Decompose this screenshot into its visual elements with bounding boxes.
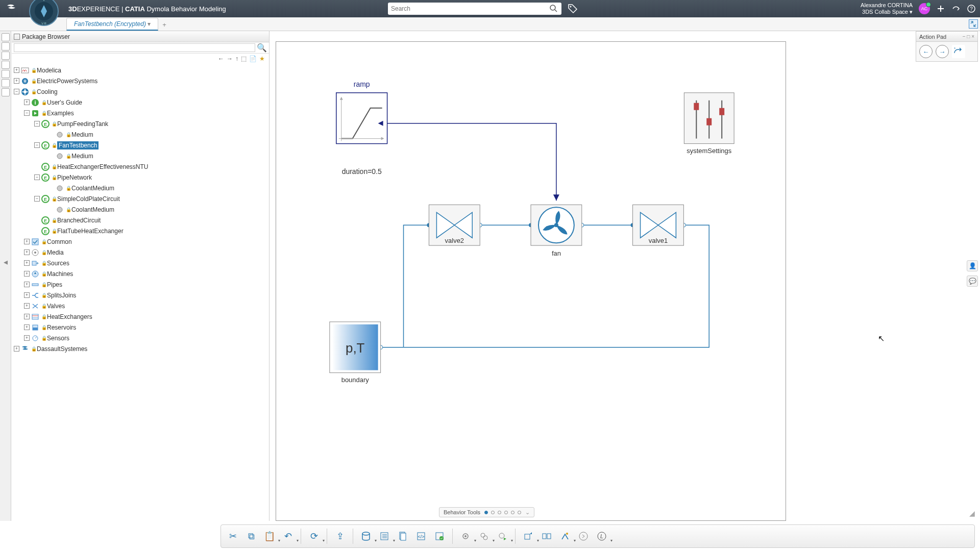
search-input[interactable]: [391, 5, 549, 12]
toolbox-icon-2[interactable]: [2, 42, 10, 51]
tree-item-valves[interactable]: +🔒Valves: [12, 300, 269, 311]
tree-item-medium-2[interactable]: 🔒Medium: [12, 151, 269, 161]
tree-item-pipes[interactable]: +🔒Pipes: [12, 279, 269, 290]
behavior-tools-strip[interactable]: Behavior Tools ⌄: [439, 507, 534, 517]
tree-item-modelica[interactable]: +🔒Modelica: [12, 65, 269, 76]
page-dot-4[interactable]: [504, 511, 508, 514]
tree-item-coolantmedium-2[interactable]: 🔒CoolantMedium: [12, 204, 269, 215]
share-icon[interactable]: [951, 4, 961, 13]
toolbox-icon-6[interactable]: [2, 79, 10, 87]
export-icon[interactable]: ⇪: [332, 529, 348, 544]
doc-icon[interactable]: [395, 529, 410, 544]
package-browser-header[interactable]: Package Browser: [12, 31, 269, 42]
tree-item-branched[interactable]: E🔒BranchedCircuit: [12, 215, 269, 226]
tree-item-examples[interactable]: −🔒Examples: [12, 108, 269, 118]
user-info[interactable]: Alexandre CORTINA 3DS Collab Space ▾: [861, 2, 913, 15]
rf-person-icon[interactable]: 👤: [967, 260, 978, 271]
code-icon[interactable]: </>: [413, 529, 429, 544]
tree-item-eps[interactable]: +🔒ElectricPowerSystems: [12, 76, 269, 86]
expand-left-icon[interactable]: ◂: [2, 258, 10, 266]
tree-item-dassaultsystemes[interactable]: +🔒DassaultSystemes: [12, 343, 269, 354]
ap-refresh-icon[interactable]: *: [952, 45, 965, 58]
toolbox-icon-7[interactable]: [2, 88, 10, 96]
tree-item-pipenetwork[interactable]: −E🔒PipeNetwork: [12, 172, 269, 183]
collapse-panels-button[interactable]: [969, 19, 978, 29]
tree-item-medium-1[interactable]: 🔒Medium: [12, 129, 269, 140]
tree-item-reservoirs[interactable]: +🔒Reservoirs: [12, 322, 269, 333]
tree-item-heatex[interactable]: +🔒HeatExchangers: [12, 311, 269, 322]
page-dot-1[interactable]: [484, 511, 488, 514]
nav-doc-icon[interactable]: 📄: [249, 55, 257, 62]
avatar[interactable]: AC: [919, 3, 930, 14]
tree-item-hex[interactable]: E🔒HeatExchangerEffectivenessNTU: [12, 161, 269, 172]
layer-icon[interactable]: L: [594, 529, 609, 544]
nav-fav-icon[interactable]: ★: [259, 55, 265, 62]
ap-back-icon[interactable]: ←: [919, 45, 933, 58]
package-filter-input[interactable]: [14, 43, 255, 52]
tag-icon[interactable]: [568, 4, 578, 14]
diagram-canvas[interactable]: ramp duration=0.5 valve2: [271, 31, 980, 521]
page-dot-5[interactable]: [511, 511, 514, 514]
filter-search-icon[interactable]: 🔍: [257, 43, 267, 53]
tree-item-simplecoldplate[interactable]: −E🔒SimpleColdPlateCircuit: [12, 193, 269, 204]
undo-icon[interactable]: ↶: [280, 529, 296, 544]
block-systemsettings[interactable]: systemSettings: [684, 93, 734, 155]
page-dot-6[interactable]: [518, 511, 521, 514]
toolbox-icon-3[interactable]: [2, 52, 10, 60]
tool-icon-3[interactable]: [557, 529, 573, 544]
block-valve1[interactable]: valve1: [633, 205, 684, 245]
page-dot-2[interactable]: [491, 511, 495, 514]
refresh-icon[interactable]: ⟳: [306, 529, 322, 544]
tree-item-users-guide[interactable]: +i🔒User's Guide: [12, 97, 269, 108]
gear-icon-1[interactable]: [458, 529, 473, 544]
paste-icon[interactable]: 📋: [262, 529, 277, 544]
search-box[interactable]: [388, 3, 561, 15]
toolbox-icon-4[interactable]: [2, 61, 10, 69]
tree-item-machines[interactable]: +🔒Machines: [12, 268, 269, 279]
nav-back-icon[interactable]: ←: [218, 55, 224, 62]
strip-chevron-icon[interactable]: ⌄: [525, 509, 530, 516]
resize-handle-icon[interactable]: ◢: [969, 509, 975, 517]
add-icon[interactable]: [936, 4, 945, 13]
tab-fantestbench[interactable]: FanTestbench (Encrypted) ▾: [66, 18, 158, 31]
toolbox-icon-5[interactable]: [2, 70, 10, 78]
block-ramp[interactable]: ramp duration=0.5: [336, 80, 387, 176]
ap-forward-icon[interactable]: →: [936, 45, 949, 58]
tree-item-pumpfeedingtank[interactable]: −E🔒PumpFeedingTank: [12, 118, 269, 129]
compass-icon[interactable]: VV.R: [29, 0, 59, 27]
nav-tree-icon[interactable]: ⬚: [241, 55, 247, 62]
db-icon[interactable]: [358, 529, 374, 544]
tree-item-sources[interactable]: +🔒Sources: [12, 258, 269, 268]
action-pad-header[interactable]: Action Pad − □ ×: [916, 32, 977, 42]
tree-item-coolantmedium-1[interactable]: 🔒CoolantMedium: [12, 183, 269, 193]
tab-add-button[interactable]: +: [158, 19, 170, 31]
cut-icon[interactable]: ✂: [225, 529, 240, 544]
list-icon[interactable]: [377, 529, 392, 544]
checkbox-icon[interactable]: [14, 34, 20, 40]
tree-item-media[interactable]: +🔒Media: [12, 247, 269, 258]
page-dot-3[interactable]: [498, 511, 501, 514]
nav-up-icon[interactable]: ↑: [235, 55, 238, 62]
block-fan[interactable]: fan: [531, 205, 582, 257]
tree-item-flattubehx[interactable]: E🔒FlatTubeHeatExchanger: [12, 226, 269, 236]
tool-icon-2[interactable]: [539, 529, 554, 544]
search-icon[interactable]: [549, 4, 558, 13]
rf-chat-icon[interactable]: 💬: [967, 276, 978, 287]
tree-item-fantestbench[interactable]: −E🔒FanTestbench: [12, 140, 269, 151]
ds-logo-icon[interactable]: [4, 2, 18, 16]
gear-icon-2[interactable]: [476, 529, 492, 544]
save-icon[interactable]: [432, 529, 447, 544]
toolbox-icon-1[interactable]: [2, 33, 10, 41]
tree-item-common[interactable]: +🔒Common: [12, 236, 269, 247]
nav-fwd-icon[interactable]: →: [227, 55, 233, 62]
more-icon[interactable]: [576, 529, 591, 544]
block-boundary[interactable]: p,T boundary: [330, 322, 381, 384]
gear-play-icon[interactable]: [495, 529, 510, 544]
tree-item-sensors[interactable]: +🔒Sensors: [12, 333, 269, 343]
help-icon[interactable]: ?: [967, 4, 976, 13]
tree-item-cooling[interactable]: −🔒Cooling: [12, 86, 269, 97]
tool-icon-1[interactable]: [521, 529, 536, 544]
copy-icon[interactable]: ⧉: [243, 529, 259, 544]
block-valve2[interactable]: valve2: [429, 205, 480, 245]
tree-item-splitsjoins[interactable]: +🔒SplitsJoins: [12, 290, 269, 300]
